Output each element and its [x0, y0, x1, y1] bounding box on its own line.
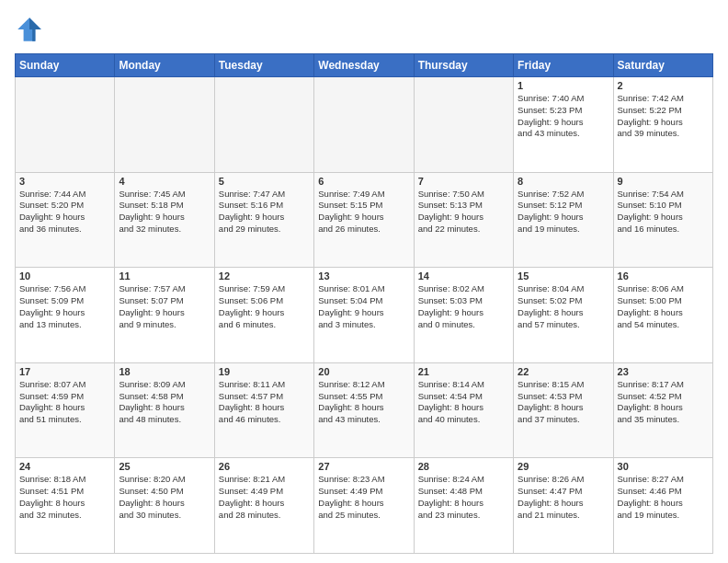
- day-cell: 29Sunrise: 8:26 AM Sunset: 4:47 PM Dayli…: [514, 458, 613, 554]
- day-info: Sunrise: 8:02 AM Sunset: 5:03 PM Dayligh…: [418, 283, 509, 330]
- day-number: 4: [119, 176, 210, 187]
- week-row-3: 10Sunrise: 7:56 AM Sunset: 5:09 PM Dayli…: [16, 268, 713, 363]
- day-number: 14: [418, 270, 509, 282]
- day-number: 24: [19, 461, 110, 472]
- day-number: 7: [418, 176, 509, 187]
- day-info: Sunrise: 8:21 AM Sunset: 4:49 PM Dayligh…: [219, 474, 310, 521]
- day-cell: 7Sunrise: 7:50 AM Sunset: 5:13 PM Daylig…: [414, 172, 513, 268]
- day-number: 27: [318, 461, 409, 472]
- day-number: 28: [418, 461, 509, 472]
- day-info: Sunrise: 8:12 AM Sunset: 4:55 PM Dayligh…: [318, 379, 409, 426]
- day-cell: 10Sunrise: 7:56 AM Sunset: 5:09 PM Dayli…: [16, 268, 115, 363]
- day-cell: 19Sunrise: 8:11 AM Sunset: 4:57 PM Dayli…: [214, 362, 313, 458]
- day-number: 11: [119, 270, 210, 282]
- day-info: Sunrise: 7:42 AM Sunset: 5:22 PM Dayligh…: [618, 93, 709, 140]
- day-info: Sunrise: 8:18 AM Sunset: 4:51 PM Dayligh…: [19, 474, 110, 521]
- day-cell: 15Sunrise: 8:04 AM Sunset: 5:02 PM Dayli…: [514, 268, 613, 363]
- day-info: Sunrise: 7:54 AM Sunset: 5:10 PM Dayligh…: [618, 189, 709, 236]
- day-cell: [414, 77, 513, 173]
- day-cell: 27Sunrise: 8:23 AM Sunset: 4:49 PM Dayli…: [314, 458, 414, 554]
- day-info: Sunrise: 7:40 AM Sunset: 5:23 PM Dayligh…: [518, 93, 609, 140]
- day-number: 13: [318, 270, 409, 282]
- day-number: 1: [518, 80, 609, 91]
- day-info: Sunrise: 7:59 AM Sunset: 5:06 PM Dayligh…: [219, 283, 310, 330]
- day-info: Sunrise: 8:17 AM Sunset: 4:52 PM Dayligh…: [618, 379, 709, 426]
- col-header-wednesday: Wednesday: [314, 54, 414, 77]
- day-info: Sunrise: 8:20 AM Sunset: 4:50 PM Dayligh…: [119, 474, 210, 521]
- day-cell: 6Sunrise: 7:49 AM Sunset: 5:15 PM Daylig…: [314, 172, 414, 268]
- week-row-5: 24Sunrise: 8:18 AM Sunset: 4:51 PM Dayli…: [16, 458, 713, 554]
- day-cell: 16Sunrise: 8:06 AM Sunset: 5:00 PM Dayli…: [613, 268, 712, 363]
- day-number: 6: [318, 176, 409, 187]
- day-info: Sunrise: 7:57 AM Sunset: 5:07 PM Dayligh…: [119, 283, 210, 330]
- col-header-friday: Friday: [514, 54, 613, 77]
- day-number: 30: [618, 461, 709, 472]
- day-number: 15: [518, 270, 609, 282]
- day-info: Sunrise: 8:24 AM Sunset: 4:48 PM Dayligh…: [418, 474, 509, 521]
- day-number: 20: [318, 366, 409, 377]
- calendar: SundayMondayTuesdayWednesdayThursdayFrid…: [15, 53, 713, 554]
- col-header-sunday: Sunday: [16, 54, 115, 77]
- day-info: Sunrise: 8:27 AM Sunset: 4:46 PM Dayligh…: [618, 474, 709, 521]
- day-number: 8: [518, 176, 609, 187]
- day-cell: 20Sunrise: 8:12 AM Sunset: 4:55 PM Dayli…: [314, 362, 414, 458]
- day-info: Sunrise: 8:06 AM Sunset: 5:00 PM Dayligh…: [618, 283, 709, 330]
- day-cell: 22Sunrise: 8:15 AM Sunset: 4:53 PM Dayli…: [514, 362, 613, 458]
- day-cell: 3Sunrise: 7:44 AM Sunset: 5:20 PM Daylig…: [16, 172, 115, 268]
- day-cell: 4Sunrise: 7:45 AM Sunset: 5:18 PM Daylig…: [115, 172, 214, 268]
- day-cell: 8Sunrise: 7:52 AM Sunset: 5:12 PM Daylig…: [514, 172, 613, 268]
- day-cell: 24Sunrise: 8:18 AM Sunset: 4:51 PM Dayli…: [16, 458, 115, 554]
- day-cell: 9Sunrise: 7:54 AM Sunset: 5:10 PM Daylig…: [613, 172, 712, 268]
- day-info: Sunrise: 8:11 AM Sunset: 4:57 PM Dayligh…: [219, 379, 310, 426]
- day-info: Sunrise: 7:49 AM Sunset: 5:15 PM Dayligh…: [318, 189, 409, 236]
- day-cell: [115, 77, 214, 173]
- day-number: 26: [219, 461, 310, 472]
- day-info: Sunrise: 8:01 AM Sunset: 5:04 PM Dayligh…: [318, 283, 409, 330]
- day-number: 9: [618, 176, 709, 187]
- day-number: 29: [518, 461, 609, 472]
- day-cell: [214, 77, 313, 173]
- day-number: 21: [418, 366, 509, 377]
- day-number: 10: [19, 270, 110, 282]
- day-number: 22: [518, 366, 609, 377]
- day-number: 18: [119, 366, 210, 377]
- week-row-1: 1Sunrise: 7:40 AM Sunset: 5:23 PM Daylig…: [16, 77, 713, 173]
- day-cell: 13Sunrise: 8:01 AM Sunset: 5:04 PM Dayli…: [314, 268, 414, 363]
- day-cell: 1Sunrise: 7:40 AM Sunset: 5:23 PM Daylig…: [514, 77, 613, 173]
- day-cell: 18Sunrise: 8:09 AM Sunset: 4:58 PM Dayli…: [115, 362, 214, 458]
- day-info: Sunrise: 8:15 AM Sunset: 4:53 PM Dayligh…: [518, 379, 609, 426]
- day-cell: 14Sunrise: 8:02 AM Sunset: 5:03 PM Dayli…: [414, 268, 513, 363]
- header: [15, 15, 713, 44]
- calendar-header-row: SundayMondayTuesdayWednesdayThursdayFrid…: [16, 54, 713, 77]
- day-number: 2: [618, 80, 709, 91]
- col-header-thursday: Thursday: [414, 54, 513, 77]
- day-info: Sunrise: 8:23 AM Sunset: 4:49 PM Dayligh…: [318, 474, 409, 521]
- day-cell: 26Sunrise: 8:21 AM Sunset: 4:49 PM Dayli…: [214, 458, 313, 554]
- day-info: Sunrise: 7:56 AM Sunset: 5:09 PM Dayligh…: [19, 283, 110, 330]
- day-number: 16: [618, 270, 709, 282]
- day-number: 25: [119, 461, 210, 472]
- day-number: 23: [618, 366, 709, 377]
- day-cell: 28Sunrise: 8:24 AM Sunset: 4:48 PM Dayli…: [414, 458, 513, 554]
- day-cell: 5Sunrise: 7:47 AM Sunset: 5:16 PM Daylig…: [214, 172, 313, 268]
- col-header-tuesday: Tuesday: [214, 54, 313, 77]
- day-cell: 2Sunrise: 7:42 AM Sunset: 5:22 PM Daylig…: [613, 77, 712, 173]
- day-info: Sunrise: 7:47 AM Sunset: 5:16 PM Dayligh…: [219, 189, 310, 236]
- page: SundayMondayTuesdayWednesdayThursdayFrid…: [0, 0, 728, 563]
- day-info: Sunrise: 8:04 AM Sunset: 5:02 PM Dayligh…: [518, 283, 609, 330]
- logo-icon: [15, 15, 44, 44]
- day-cell: 11Sunrise: 7:57 AM Sunset: 5:07 PM Dayli…: [115, 268, 214, 363]
- day-number: 12: [219, 270, 310, 282]
- col-header-saturday: Saturday: [613, 54, 712, 77]
- week-row-2: 3Sunrise: 7:44 AM Sunset: 5:20 PM Daylig…: [16, 172, 713, 268]
- week-row-4: 17Sunrise: 8:07 AM Sunset: 4:59 PM Dayli…: [16, 362, 713, 458]
- day-info: Sunrise: 7:52 AM Sunset: 5:12 PM Dayligh…: [518, 189, 609, 236]
- day-cell: 12Sunrise: 7:59 AM Sunset: 5:06 PM Dayli…: [214, 268, 313, 363]
- day-number: 17: [19, 366, 110, 377]
- day-cell: 23Sunrise: 8:17 AM Sunset: 4:52 PM Dayli…: [613, 362, 712, 458]
- day-cell: 25Sunrise: 8:20 AM Sunset: 4:50 PM Dayli…: [115, 458, 214, 554]
- day-info: Sunrise: 8:09 AM Sunset: 4:58 PM Dayligh…: [119, 379, 210, 426]
- day-info: Sunrise: 7:50 AM Sunset: 5:13 PM Dayligh…: [418, 189, 509, 236]
- day-info: Sunrise: 8:14 AM Sunset: 4:54 PM Dayligh…: [418, 379, 509, 426]
- day-number: 5: [219, 176, 310, 187]
